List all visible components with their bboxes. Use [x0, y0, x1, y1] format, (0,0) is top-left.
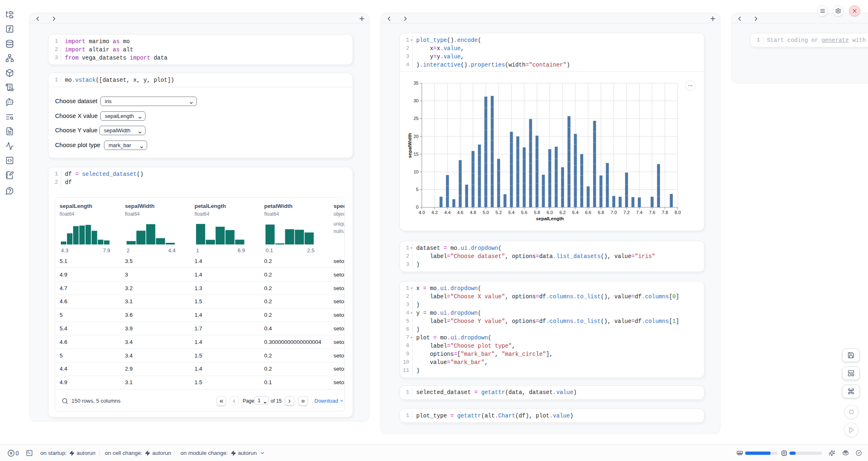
svg-text:15: 15	[413, 152, 418, 157]
svg-text:20: 20	[413, 134, 418, 139]
svg-text:4.0: 4.0	[419, 210, 425, 215]
svg-text:5.2: 5.2	[495, 210, 501, 215]
svg-text:7.0: 7.0	[611, 210, 617, 215]
svg-text:5.4: 5.4	[508, 210, 514, 215]
svg-text:6.2: 6.2	[559, 210, 566, 215]
svg-text:25: 25	[413, 116, 418, 121]
svg-text:7.6: 7.6	[649, 210, 655, 215]
svg-text:6.4: 6.4	[572, 210, 578, 215]
svg-text:7.8: 7.8	[662, 210, 668, 215]
svg-text:5.6: 5.6	[521, 210, 527, 215]
svg-text:4.8: 4.8	[470, 210, 476, 215]
svg-text:30: 30	[413, 98, 418, 103]
svg-text:7.4: 7.4	[636, 210, 642, 215]
svg-text:sepalLength: sepalLength	[536, 216, 564, 221]
svg-text:35: 35	[413, 81, 418, 85]
svg-text:4.6: 4.6	[457, 210, 463, 215]
svg-text:6.8: 6.8	[598, 210, 604, 215]
svg-text:10: 10	[413, 169, 418, 174]
svg-text:4.2: 4.2	[432, 210, 438, 215]
svg-text:sepalWidth: sepalWidth	[407, 133, 412, 158]
svg-text:6.6: 6.6	[585, 210, 591, 215]
svg-text:7.2: 7.2	[623, 210, 630, 215]
svg-text:5.0: 5.0	[482, 210, 489, 215]
svg-text:5.8: 5.8	[534, 210, 540, 215]
svg-text:4.4: 4.4	[444, 210, 450, 215]
svg-text:0: 0	[416, 205, 418, 210]
svg-text:6.0: 6.0	[547, 210, 553, 215]
svg-text:5: 5	[416, 187, 418, 192]
svg-text:8.0: 8.0	[674, 210, 681, 215]
